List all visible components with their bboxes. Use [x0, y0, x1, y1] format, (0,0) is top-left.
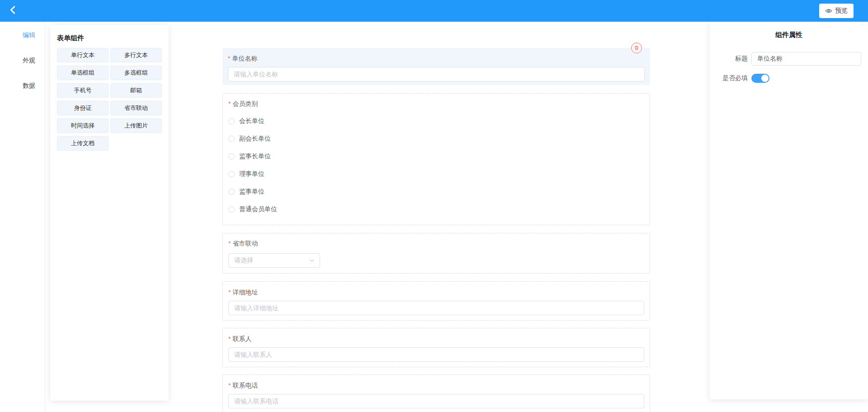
- required-asterisk: *: [228, 382, 231, 389]
- component-id-card[interactable]: 身份证: [57, 101, 108, 115]
- contact-phone-input[interactable]: [228, 394, 644, 408]
- radio-option[interactable]: 监事长单位: [228, 152, 644, 161]
- chevron-down-icon: [309, 257, 315, 264]
- field-card-address[interactable]: *详细地址: [222, 281, 650, 321]
- top-bar: 预览: [0, 0, 868, 22]
- tab-edit[interactable]: 编辑: [16, 30, 42, 39]
- component-single-line-text[interactable]: 单行文本: [57, 48, 108, 62]
- properties-panel-title: 组件属性: [710, 30, 868, 39]
- chevron-left-icon: [8, 5, 18, 17]
- component-upload-image[interactable]: 上传图片: [110, 118, 162, 133]
- component-email[interactable]: 邮箱: [110, 83, 162, 98]
- left-rail: 编辑 外观 数据: [0, 22, 45, 412]
- components-panel-title: 表单组件: [57, 34, 162, 42]
- delete-field-button[interactable]: [631, 43, 642, 53]
- field-card-province-city[interactable]: *省市联动 请选择: [222, 233, 650, 274]
- component-radio-group[interactable]: 单选框组: [57, 66, 108, 80]
- required-toggle[interactable]: [751, 74, 769, 83]
- toggle-knob: [761, 75, 769, 82]
- component-upload-document[interactable]: 上传文档: [57, 136, 108, 151]
- field-card-unit-name[interactable]: *单位名称: [222, 48, 650, 85]
- title-property-label: 标题: [721, 55, 748, 63]
- radio-option[interactable]: 副会长单位: [228, 134, 644, 143]
- eye-icon: [825, 7, 832, 14]
- property-row-title: 标题: [721, 52, 868, 66]
- component-province-city[interactable]: 省市联动: [110, 101, 162, 115]
- radio-option[interactable]: 普通会员单位: [228, 205, 644, 214]
- form-components-panel: 表单组件 单行文本 多行文本 单选框组 多选框组 手机号 邮箱 身份证 省市联动…: [50, 25, 169, 401]
- required-asterisk: *: [228, 289, 231, 296]
- required-asterisk: *: [228, 55, 230, 62]
- title-property-input[interactable]: [751, 52, 861, 66]
- component-properties-panel: 组件属性 标题 是否必填: [710, 22, 868, 399]
- radio-option[interactable]: 会长单位: [228, 117, 644, 126]
- component-checkbox-group[interactable]: 多选框组: [110, 66, 162, 80]
- preview-button-label: 预览: [835, 7, 848, 15]
- property-row-required: 是否必填: [721, 74, 868, 83]
- radio-icon[interactable]: [228, 153, 235, 160]
- radio-icon[interactable]: [228, 171, 235, 177]
- field-card-contact-phone[interactable]: *联系电话: [222, 374, 650, 412]
- components-grid: 单行文本 多行文本 单选框组 多选框组 手机号 邮箱 身份证 省市联动 时间选择…: [57, 48, 162, 151]
- radio-option[interactable]: 监事单位: [228, 187, 644, 196]
- radio-icon[interactable]: [228, 189, 235, 195]
- field-label: *联系人: [228, 334, 644, 343]
- component-phone[interactable]: 手机号: [57, 83, 108, 98]
- province-city-select[interactable]: 请选择: [228, 253, 320, 268]
- radio-icon[interactable]: [228, 118, 235, 124]
- radio-icon[interactable]: [228, 206, 235, 213]
- preview-button[interactable]: 预览: [819, 4, 854, 18]
- back-button[interactable]: [6, 5, 20, 17]
- address-input[interactable]: [228, 301, 644, 315]
- component-time-picker[interactable]: 时间选择: [57, 118, 108, 133]
- radio-icon[interactable]: [228, 136, 235, 142]
- field-label: *详细地址: [228, 288, 644, 297]
- field-card-contact-person[interactable]: *联系人: [222, 328, 650, 367]
- component-multi-line-text[interactable]: 多行文本: [110, 48, 162, 62]
- form-canvas: *单位名称 *会员类别 会长单位 副会长单位 监事长单位 理事单位 监事单位: [222, 48, 650, 412]
- required-asterisk: *: [228, 335, 231, 342]
- field-label: *单位名称: [228, 54, 645, 63]
- tab-data[interactable]: 数据: [16, 81, 42, 90]
- unit-name-input[interactable]: [228, 67, 645, 81]
- field-label: *联系电话: [228, 381, 644, 390]
- contact-person-input[interactable]: [228, 347, 644, 362]
- required-asterisk: *: [228, 240, 231, 247]
- tab-appearance[interactable]: 外观: [16, 56, 42, 65]
- radio-option[interactable]: 理事单位: [228, 170, 644, 179]
- field-label: *省市联动: [228, 239, 644, 248]
- required-asterisk: *: [228, 100, 231, 107]
- field-label: *会员类别: [228, 99, 644, 108]
- required-property-label: 是否必填: [721, 74, 748, 82]
- field-card-member-type[interactable]: *会员类别 会长单位 副会长单位 监事长单位 理事单位 监事单位 普通会员单位: [222, 93, 650, 225]
- trash-icon: [634, 45, 639, 51]
